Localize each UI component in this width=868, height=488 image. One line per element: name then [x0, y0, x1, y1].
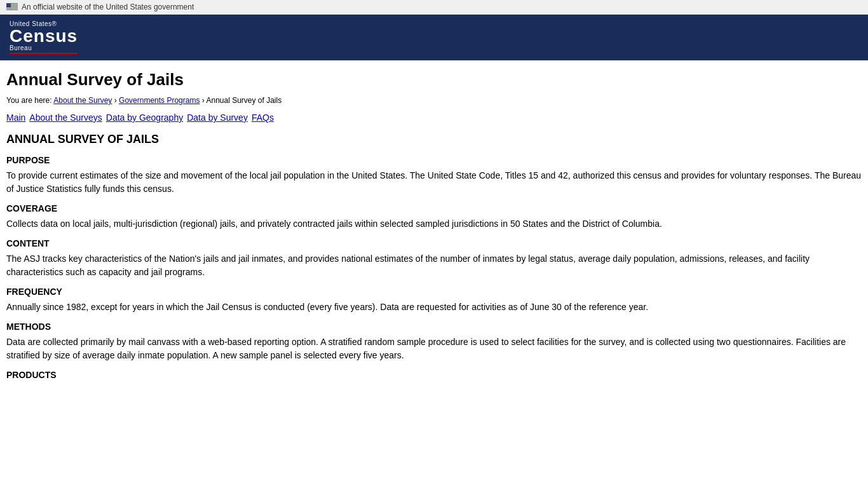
breadcrumb-link-about-survey[interactable]: About the Survey	[53, 96, 112, 105]
svg-rect-6	[6, 10, 18, 11]
breadcrumb: You are here: About the Survey › Governm…	[6, 96, 862, 105]
nav-bar: Main About the Surveys Data by Geography…	[6, 112, 862, 123]
section-text-methods: Data are collected primarily by mail can…	[6, 336, 862, 362]
section-coverage: COVERAGE Collects data on local jails, m…	[6, 203, 862, 231]
main-content: Annual Survey of Jails You are here: Abo…	[0, 60, 868, 397]
census-logo: United States® Census Bureau	[10, 21, 78, 54]
section-text-frequency: Annually since 1982, except for years in…	[6, 301, 862, 314]
breadcrumb-link-governments-programs[interactable]: Governments Programs	[119, 96, 200, 105]
section-heading-content: CONTENT	[6, 238, 862, 248]
svg-rect-5	[6, 9, 18, 10]
gov-banner-text: An official website of the United States…	[22, 3, 194, 11]
content-main-heading: ANNUAL SURVEY OF JAILS	[6, 133, 862, 146]
section-frequency: FREQUENCY Annually since 1982, except fo…	[6, 287, 862, 314]
breadcrumb-current: Annual Survey of Jails	[206, 96, 281, 105]
logo-underline	[10, 53, 78, 54]
nav-faqs[interactable]: FAQs	[252, 112, 274, 123]
nav-data-by-geography[interactable]: Data by Geography	[106, 112, 183, 123]
section-heading-methods: METHODS	[6, 322, 862, 332]
section-heading-coverage: COVERAGE	[6, 203, 862, 214]
us-flag-icon	[6, 3, 18, 11]
section-purpose: PURPOSE To provide current estimates of …	[6, 155, 862, 196]
nav-data-by-survey[interactable]: Data by Survey	[187, 112, 248, 123]
section-heading-frequency: FREQUENCY	[6, 287, 862, 297]
section-text-purpose: To provide current estimates of the size…	[6, 169, 862, 196]
gov-banner: An official website of the United States…	[0, 0, 868, 15]
section-text-coverage: Collects data on local jails, multi-juri…	[6, 217, 862, 231]
section-methods: METHODS Data are collected primarily by …	[6, 322, 862, 362]
nav-about-surveys[interactable]: About the Surveys	[29, 112, 102, 123]
logo-bureau: Bureau	[10, 45, 78, 51]
logo-census: Census	[10, 27, 78, 45]
section-text-content: The ASJ tracks key characteristics of th…	[6, 252, 862, 279]
nav-main[interactable]: Main	[6, 112, 25, 123]
svg-rect-4	[6, 8, 18, 8]
site-header: United States® Census Bureau	[0, 15, 868, 60]
section-heading-products: PRODUCTS	[6, 370, 862, 380]
section-products: PRODUCTS	[6, 370, 862, 380]
breadcrumb-separator-1: ›	[114, 96, 119, 105]
section-heading-purpose: PURPOSE	[6, 155, 862, 165]
breadcrumb-prefix: You are here:	[6, 96, 52, 105]
section-content: CONTENT The ASJ tracks key characteristi…	[6, 238, 862, 279]
page-title: Annual Survey of Jails	[6, 70, 862, 90]
svg-rect-7	[6, 3, 11, 7]
